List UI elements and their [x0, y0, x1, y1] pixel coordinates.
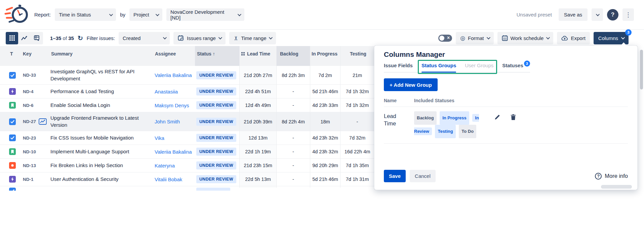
table-row: ND-6Enable Social Media LoginMaksym Deny… [0, 99, 374, 112]
chart-mode-toggle[interactable]: × [438, 35, 452, 42]
lead-time-cell: 21d 23h 15m [239, 159, 276, 172]
assignee-link[interactable]: Vitalii Bobak [155, 177, 182, 182]
issue-key: ND-1 [23, 177, 34, 182]
more-menu-button[interactable]: ⋮ [622, 8, 634, 21]
issue-summary: Investigate GraphQL vs REST for API Deve… [50, 66, 155, 84]
table-body: ND-33Investigate GraphQL vs REST for API… [0, 66, 374, 186]
issue-type-story-icon [9, 102, 16, 109]
assignee-link[interactable]: John Smith [155, 119, 180, 124]
columns-manager-panel: Columns Manager Issue Fields Status Grou… [374, 45, 638, 190]
refresh-icon[interactable]: ↻ [78, 35, 83, 41]
preset-dropdown-button[interactable] [592, 8, 603, 21]
column-header-status[interactable]: Status↑ [195, 46, 239, 66]
testing-cell: 7d 1h 35m [340, 159, 374, 172]
assignee-link[interactable]: Kateryna [155, 163, 175, 168]
report-type-select[interactable]: Time in Status [55, 8, 116, 21]
issue-key: ND-23 [23, 136, 36, 141]
more-info-link[interactable]: ? More info [595, 173, 628, 180]
assignee-link[interactable]: Anastasiia [155, 89, 178, 94]
help-button[interactable]: ? [607, 9, 618, 21]
vertical-scrollbar-thumb[interactable] [640, 50, 643, 89]
app-logo [4, 4, 30, 26]
lead-time-cell: 21d 20h 27m [239, 66, 276, 84]
table-view-button[interactable] [6, 32, 18, 44]
group-by-select[interactable]: Project [129, 8, 162, 21]
column-header-testing[interactable]: Testing [340, 46, 374, 66]
table-row: ND-27Upgrade Frontend Framework to Lates… [0, 112, 374, 131]
testing-cell: 7d 32m [340, 131, 374, 145]
issue-key: ND-27 [23, 119, 36, 124]
column-header-type[interactable]: T [6, 46, 20, 66]
time-range-button[interactable]: ✂ Time range [229, 32, 276, 44]
assignee-link[interactable]: Maksym Denys [155, 103, 189, 108]
horizontal-scrollbar-thumb[interactable] [601, 185, 632, 189]
status-badge: UNDER REVIEW [196, 71, 236, 79]
edit-pencil-icon[interactable] [494, 114, 501, 121]
line-chart-icon [21, 35, 28, 41]
tab-statuses[interactable]: Statuses3 [502, 63, 530, 72]
status-badge: UNDER REVIEW [196, 148, 236, 156]
backlog-cell: - [276, 131, 310, 145]
save-as-button[interactable]: Save as [559, 8, 588, 21]
chevron-down-icon [218, 36, 222, 39]
table-row: ND-13Fix Broken Links in Help SectionKat… [0, 159, 374, 172]
scissors-icon: ✂ [233, 36, 239, 40]
column-header-assignee[interactable]: Assignee [155, 46, 195, 66]
add-new-group-button[interactable]: + Add New Group [384, 78, 438, 91]
work-schedule-button[interactable]: Work schedule [497, 32, 554, 44]
assignee-link[interactable]: Valeriia Bakalina [155, 149, 192, 155]
save-as-label: Save as [564, 12, 582, 17]
pivot-view-button[interactable] [31, 32, 43, 44]
issue-type-task-icon [9, 72, 16, 79]
issue-summary: User Authentication & Security [50, 172, 155, 186]
column-header-backlog[interactable]: Backlog [276, 46, 310, 66]
backlog-cell: - [276, 159, 310, 172]
issue-summary: Upgrade Frontend Framework to Latest Ver… [50, 112, 155, 131]
status-badge: UNDER REVIEW [196, 161, 236, 169]
tab-user-groups[interactable]: User Groups [465, 63, 493, 72]
issues-range-button[interactable]: Issues range [173, 32, 226, 44]
column-header-summary[interactable]: Summary [50, 46, 155, 66]
issue-summary: Enable Social Media Login [50, 99, 155, 112]
status-badge [196, 188, 230, 191]
format-button[interactable]: ◎ Format [456, 32, 493, 44]
chevron-down-icon [238, 12, 241, 16]
issue-key: ND-4 [23, 89, 34, 94]
tab-status-groups[interactable]: Status Groups [421, 63, 456, 72]
column-header-key[interactable]: Key [20, 46, 50, 66]
partial-next-row [0, 186, 374, 191]
statuses-count-badge: 3 [524, 61, 530, 67]
testing-cell: 7d 1h 32m [340, 99, 374, 112]
pagination-of: of [63, 35, 67, 41]
save-button[interactable]: Save [384, 170, 406, 182]
filter-field-value: Created [123, 35, 140, 41]
testing-cell: 21m [340, 66, 374, 84]
name-column-header: Name [384, 98, 414, 103]
table-row: ND-33Investigate GraphQL vs REST for API… [0, 66, 374, 85]
cancel-button[interactable]: Cancel [410, 170, 436, 182]
drag-handle-icon[interactable] [241, 52, 245, 56]
columns-count-badge: 3 [625, 29, 632, 36]
question-mark-icon: ? [611, 11, 614, 18]
panel-tabs: Issue Fields Status Groups User Groups S… [384, 63, 530, 73]
export-label: Export [571, 35, 585, 41]
sort-ascending-icon: ↑ [213, 51, 215, 56]
filter-field-select[interactable]: Created [119, 32, 170, 44]
in-progress-cell: 4d 23h 32m [310, 131, 340, 145]
delete-trash-icon[interactable] [510, 114, 517, 121]
assignee-link[interactable]: Vika [155, 135, 164, 141]
group-name: Lead Time [384, 111, 405, 127]
column-header-lead-time[interactable]: Lead Time [239, 46, 276, 66]
in-progress-cell: 7d 2m [310, 66, 340, 84]
project-select[interactable]: NovaCore Development [ND] [166, 8, 244, 21]
group-by-value: Project [133, 12, 149, 17]
chart-view-button[interactable] [18, 32, 31, 44]
export-button[interactable]: Export [557, 32, 590, 44]
included-statuses-column-header: Included Statuses [414, 98, 454, 103]
issue-chart-icon[interactable] [39, 118, 47, 125]
tab-issue-fields[interactable]: Issue Fields [384, 63, 413, 72]
testing-cell: 7d 1h 32m [340, 85, 374, 98]
chevron-down-icon [546, 36, 550, 39]
assignee-link[interactable]: Valeriia Bakalina [155, 72, 192, 78]
column-header-in-progress[interactable]: In Progress [310, 46, 340, 66]
